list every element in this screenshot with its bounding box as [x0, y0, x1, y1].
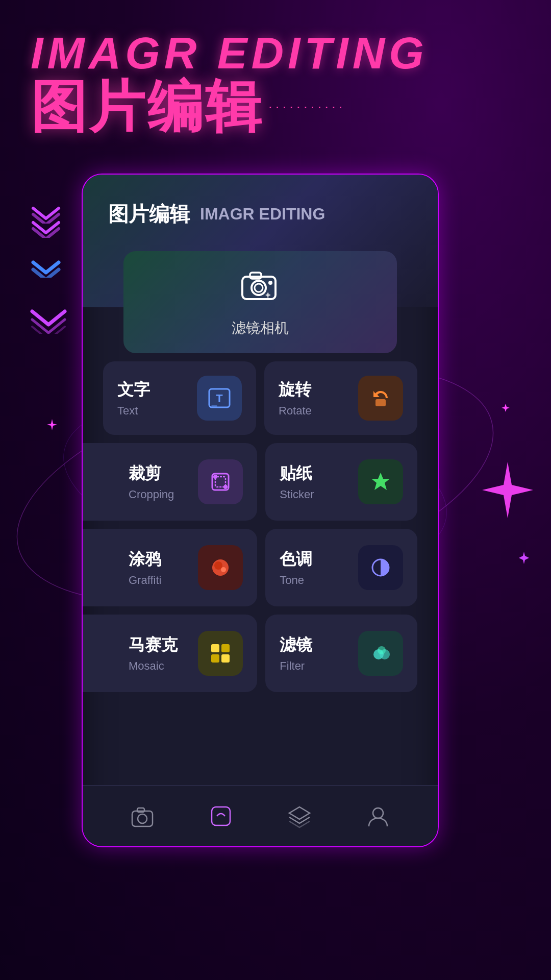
svg-point-8	[255, 284, 263, 292]
svg-text:T: T	[216, 392, 223, 405]
sticker-icon	[358, 459, 403, 504]
rotate-en: Rotate	[279, 404, 312, 418]
row-crop-sticker: 裁剪 Cropping 贴纸 Sticker	[83, 443, 417, 521]
mosaic-feature-text: 马赛克 Mosaic	[129, 634, 178, 673]
bottom-nav	[83, 785, 438, 846]
mosaic-icon	[198, 631, 243, 676]
chevron-icon	[28, 218, 64, 238]
row-mosaic-filter: 马赛克 Mosaic 滤镜 Filter	[83, 615, 417, 692]
crop-feature-text: 裁剪 Cropping	[129, 462, 174, 501]
svg-rect-28	[221, 654, 230, 663]
tone-en: Tone	[280, 574, 312, 587]
tone-feature-text: 色调 Tone	[280, 548, 312, 587]
row-text-rotate: 文字 Text T 旋转 Rotate	[103, 361, 417, 435]
tone-button[interactable]: 色调 Tone	[265, 529, 417, 606]
text-en: Text	[117, 404, 150, 418]
graffiti-button[interactable]: 涂鸦 Graffiti	[83, 529, 257, 606]
camera-icon: +	[240, 266, 281, 310]
svg-point-22	[214, 561, 222, 570]
rotate-zh: 旋转	[279, 379, 312, 401]
chevron-icon	[28, 308, 69, 334]
svg-point-19	[223, 485, 228, 489]
graffiti-icon	[198, 545, 243, 590]
svg-rect-26	[221, 644, 230, 652]
card-title-en: IMAGR EDITING	[200, 205, 325, 224]
chevron-icon	[28, 258, 64, 278]
svg-point-7	[252, 281, 266, 295]
rotate-button[interactable]: 旋转 Rotate	[264, 361, 417, 435]
graffiti-feature-text: 涂鸦 Graffiti	[129, 548, 161, 587]
text-icon: T	[197, 376, 242, 421]
nav-edit[interactable]	[201, 796, 241, 837]
sticker-button[interactable]: 贴纸 Sticker	[265, 443, 417, 521]
filter-feature-text: 滤镜 Filter	[280, 634, 312, 673]
filter-zh: 滤镜	[280, 634, 312, 656]
rotate-icon	[358, 376, 403, 421]
nav-layers[interactable]	[279, 796, 320, 837]
nav-camera[interactable]	[122, 796, 163, 837]
svg-point-37	[373, 808, 383, 818]
crop-en: Cropping	[129, 488, 174, 501]
graffiti-en: Graffiti	[129, 574, 161, 587]
app-title-zh: 图片编辑	[31, 76, 263, 137]
row-graffiti-tone: 涂鸦 Graffiti 色调 Tone	[83, 529, 417, 606]
camera-section: + 滤镜相机	[103, 251, 417, 353]
tone-icon	[358, 545, 403, 590]
svg-point-10	[268, 281, 272, 285]
svg-point-31	[378, 646, 386, 654]
svg-rect-25	[211, 644, 219, 652]
svg-rect-14	[211, 405, 217, 407]
svg-point-18	[213, 475, 217, 479]
mosaic-button[interactable]: 马赛克 Mosaic	[83, 615, 257, 692]
nav-profile[interactable]	[358, 796, 398, 837]
filter-en: Filter	[280, 659, 312, 673]
text-feature-text: 文字 Text	[117, 379, 150, 418]
card-content: + 滤镜相机 文字 Text T	[83, 246, 438, 785]
svg-rect-15	[375, 399, 386, 406]
card-header: 图片编辑 IMAGR EDITING	[83, 175, 438, 243]
svg-text:+: +	[265, 290, 271, 300]
svg-point-33	[138, 814, 147, 823]
sticker-feature-text: 贴纸 Sticker	[280, 462, 314, 501]
phone-card: 图片编辑 IMAGR EDITING + 滤镜相机	[82, 174, 439, 847]
filter-icon	[358, 631, 403, 676]
mosaic-en: Mosaic	[129, 659, 178, 673]
sticker-en: Sticker	[280, 488, 314, 501]
svg-marker-36	[289, 807, 310, 819]
rotate-feature-text: 旋转 Rotate	[279, 379, 312, 418]
svg-rect-34	[137, 808, 144, 812]
svg-point-23	[221, 567, 226, 572]
text-zh: 文字	[117, 379, 150, 401]
tone-zh: 色调	[280, 548, 312, 571]
filter-button[interactable]: 滤镜 Filter	[265, 615, 417, 692]
graffiti-zh: 涂鸦	[129, 548, 161, 571]
svg-rect-35	[212, 807, 230, 825]
crop-zh: 裁剪	[129, 462, 174, 485]
svg-marker-20	[371, 473, 390, 490]
title-area: IMAGR EDITING 图片编辑 ···········	[31, 31, 520, 137]
text-button[interactable]: 文字 Text T	[103, 361, 256, 435]
chevrons-decoration	[28, 204, 69, 334]
app-title-en: IMAGR EDITING	[31, 31, 520, 76]
card-title-zh: 图片编辑	[108, 200, 190, 228]
crop-icon	[198, 459, 243, 504]
svg-rect-32	[132, 811, 153, 826]
crop-button[interactable]: 裁剪 Cropping	[83, 443, 257, 521]
camera-label: 滤镜相机	[232, 318, 289, 338]
svg-rect-17	[215, 477, 226, 487]
camera-button[interactable]: + 滤镜相机	[123, 251, 397, 353]
title-dots: ···········	[268, 99, 346, 115]
svg-rect-27	[211, 654, 219, 663]
sticker-zh: 贴纸	[280, 462, 314, 485]
mosaic-zh: 马赛克	[129, 634, 178, 656]
